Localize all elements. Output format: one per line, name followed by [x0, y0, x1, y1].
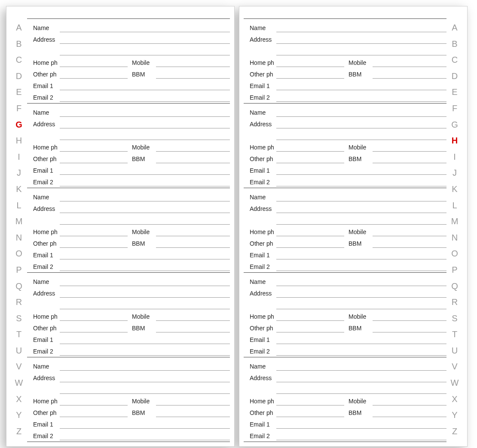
mobile-phone-field[interactable] [156, 309, 230, 321]
mobile-phone-field[interactable] [373, 55, 446, 67]
alphabet-tab-r[interactable]: R [11, 295, 27, 310]
alphabet-tab-t[interactable]: T [11, 327, 27, 342]
address-field[interactable] [276, 117, 446, 128]
other-phone-field[interactable] [276, 152, 344, 163]
address-field-line2[interactable] [60, 44, 230, 55]
home-phone-field[interactable] [276, 225, 344, 236]
bbm-field[interactable] [373, 67, 446, 79]
mobile-phone-field[interactable] [156, 225, 230, 236]
home-phone-field[interactable] [60, 394, 128, 405]
address-field[interactable] [60, 32, 230, 44]
alphabet-tab-y[interactable]: Y [446, 408, 463, 423]
alphabet-tab-j[interactable]: J [446, 165, 463, 181]
address-field[interactable] [276, 371, 446, 382]
alphabet-tab-y[interactable]: Y [11, 408, 27, 423]
mobile-phone-field[interactable] [156, 140, 230, 152]
name-field[interactable] [276, 359, 446, 371]
email-1-field[interactable] [276, 163, 446, 175]
other-phone-field[interactable] [60, 152, 128, 163]
email-2-field[interactable] [276, 90, 446, 102]
email-2-field[interactable] [60, 429, 230, 440]
other-phone-field[interactable] [276, 236, 344, 248]
alphabet-tab-a[interactable]: A [11, 20, 27, 36]
alphabet-tab-i[interactable]: I [446, 149, 463, 165]
email-1-field[interactable] [60, 417, 230, 429]
home-phone-field[interactable] [60, 140, 128, 152]
address-field-line2[interactable] [276, 382, 446, 394]
alphabet-tab-e[interactable]: E [446, 85, 463, 100]
name-field[interactable] [276, 274, 446, 286]
address-field[interactable] [276, 32, 446, 44]
address-field-line2[interactable] [276, 298, 446, 309]
other-phone-field[interactable] [60, 236, 128, 248]
alphabet-tab-r[interactable]: R [446, 295, 463, 310]
alphabet-tab-z[interactable]: Z [446, 424, 463, 439]
email-1-field[interactable] [276, 332, 446, 344]
home-phone-field[interactable] [276, 140, 344, 152]
address-field-line2[interactable] [60, 382, 230, 394]
alphabet-tab-l[interactable]: L [446, 198, 463, 213]
name-field[interactable] [60, 359, 230, 371]
alphabet-tab-f[interactable]: F [11, 101, 27, 116]
alphabet-tab-x[interactable]: X [446, 392, 463, 407]
email-2-field[interactable] [276, 259, 446, 271]
alphabet-tab-q[interactable]: Q [11, 279, 27, 294]
alphabet-tab-p[interactable]: P [11, 262, 27, 278]
address-field[interactable] [276, 286, 446, 298]
other-phone-field[interactable] [276, 67, 344, 79]
bbm-field[interactable] [156, 321, 230, 332]
alphabet-tab-n[interactable]: N [446, 230, 463, 246]
alphabet-tab-u[interactable]: U [446, 343, 463, 359]
mobile-phone-field[interactable] [156, 394, 230, 405]
email-1-field[interactable] [60, 248, 230, 259]
alphabet-tab-o[interactable]: O [11, 246, 27, 262]
alphabet-tab-v[interactable]: V [11, 359, 27, 375]
alphabet-tab-g[interactable]: G [446, 117, 463, 133]
bbm-field[interactable] [156, 67, 230, 79]
email-2-field[interactable] [276, 344, 446, 356]
address-field-line2[interactable] [276, 213, 446, 225]
bbm-field[interactable] [156, 152, 230, 163]
bbm-field[interactable] [156, 236, 230, 248]
email-2-field[interactable] [60, 90, 230, 102]
email-1-field[interactable] [276, 248, 446, 259]
alphabet-tab-d[interactable]: D [446, 69, 463, 84]
alphabet-tab-n[interactable]: N [11, 230, 27, 246]
address-field[interactable] [60, 371, 230, 382]
alphabet-tab-u[interactable]: U [11, 343, 27, 359]
mobile-phone-field[interactable] [373, 309, 446, 321]
home-phone-field[interactable] [276, 309, 344, 321]
alphabet-tab-h[interactable]: H [446, 133, 463, 149]
alphabet-tab-z[interactable]: Z [11, 424, 27, 439]
alphabet-tab-m[interactable]: M [11, 214, 27, 229]
alphabet-tab-h[interactable]: H [11, 133, 27, 149]
email-1-field[interactable] [276, 79, 446, 90]
email-2-field[interactable] [60, 259, 230, 271]
alphabet-tab-g[interactable]: G [11, 117, 27, 133]
alphabet-tab-w[interactable]: W [446, 375, 463, 391]
email-2-field[interactable] [60, 344, 230, 356]
address-field[interactable] [60, 201, 230, 213]
home-phone-field[interactable] [60, 309, 128, 321]
alphabet-tab-s[interactable]: S [11, 311, 27, 326]
bbm-field[interactable] [373, 405, 446, 417]
mobile-phone-field[interactable] [156, 55, 230, 67]
mobile-phone-field[interactable] [373, 140, 446, 152]
name-field[interactable] [276, 105, 446, 117]
alphabet-tab-d[interactable]: D [11, 69, 27, 84]
name-field[interactable] [60, 274, 230, 286]
alphabet-tab-j[interactable]: J [11, 165, 27, 181]
name-field[interactable] [276, 190, 446, 201]
name-field[interactable] [60, 105, 230, 117]
address-field[interactable] [276, 201, 446, 213]
alphabet-tab-m[interactable]: M [446, 214, 463, 229]
name-field[interactable] [60, 21, 230, 32]
alphabet-tab-k[interactable]: K [446, 182, 463, 197]
address-field-line2[interactable] [276, 44, 446, 55]
email-2-field[interactable] [276, 429, 446, 440]
other-phone-field[interactable] [60, 321, 128, 332]
alphabet-tab-i[interactable]: I [11, 149, 27, 165]
email-1-field[interactable] [60, 163, 230, 175]
email-2-field[interactable] [60, 175, 230, 186]
address-field-line2[interactable] [276, 128, 446, 140]
